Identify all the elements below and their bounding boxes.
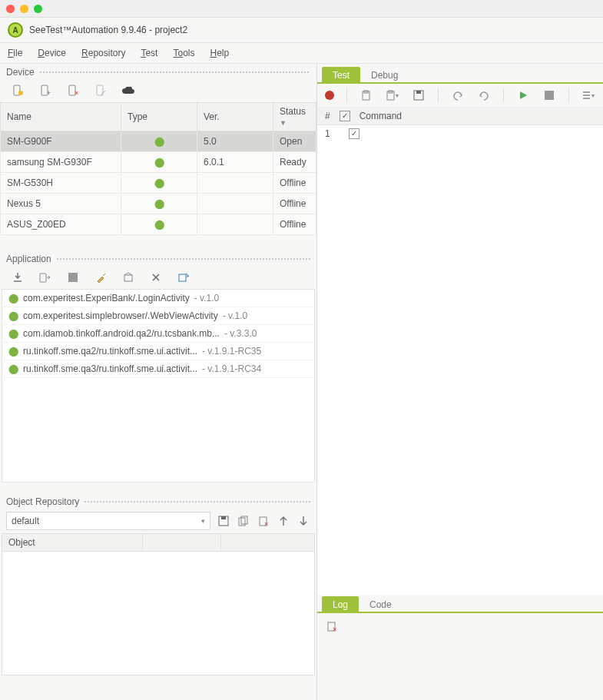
- device-row[interactable]: Nexus 5⬤Offline: [1, 194, 316, 214]
- menu-tools[interactable]: Tools: [173, 48, 194, 58]
- android-icon: ⬤: [154, 157, 164, 168]
- application-list: ⬤com.experitest.ExperiBank/.LoginActivit…: [2, 289, 315, 483]
- undo-icon[interactable]: [451, 88, 465, 102]
- clipboard-icon[interactable]: [359, 88, 373, 102]
- device-add-icon[interactable]: +: [38, 84, 52, 98]
- svg-rect-24: [545, 91, 554, 100]
- object-col[interactable]: Object: [2, 534, 143, 552]
- save-icon[interactable]: [217, 514, 230, 528]
- svg-text:▾: ▾: [591, 92, 595, 99]
- col-ver[interactable]: Ver.: [197, 103, 273, 131]
- delete-repo-icon[interactable]: ×: [257, 514, 270, 528]
- chevron-down-icon: ▾: [201, 517, 205, 525]
- svg-rect-10: [179, 274, 186, 281]
- arrow-down-icon[interactable]: [297, 514, 310, 528]
- menubar: File Device Repository Test Tools Help: [0, 43, 603, 64]
- application-row[interactable]: ⬤ru.tinkoff.sme.qa3/ru.tinkoff.sme.ui.ac…: [2, 360, 314, 378]
- device-ver: [197, 214, 273, 235]
- svg-text:▾: ▾: [396, 92, 399, 99]
- device-refresh-icon[interactable]: [11, 84, 25, 98]
- object-col-3[interactable]: [220, 534, 314, 552]
- android-icon: ⬤: [8, 310, 18, 321]
- col-name[interactable]: Name: [1, 103, 121, 131]
- svg-rect-12: [221, 516, 226, 519]
- application-row[interactable]: ⬤com.experitest.ExperiBank/.LoginActivit…: [2, 290, 314, 307]
- svg-rect-8: [68, 273, 78, 282]
- tab-log[interactable]: Log: [322, 596, 359, 612]
- tab-code[interactable]: Code: [359, 596, 403, 612]
- menu-test[interactable]: Test: [141, 48, 157, 58]
- object-repo-body: [2, 552, 315, 675]
- sync-icon[interactable]: [177, 270, 191, 284]
- device-edit-icon[interactable]: [94, 84, 108, 98]
- close-window-button[interactable]: [6, 5, 15, 13]
- col-type[interactable]: Type: [121, 103, 197, 131]
- menu-help[interactable]: Help: [210, 48, 229, 58]
- android-icon: ⬤: [154, 198, 164, 209]
- device-section-header: Device: [0, 64, 316, 79]
- svg-rect-7: [40, 274, 46, 282]
- app-name: ru.tinkoff.sme.qa2/ru.tinkoff.sme.ui.act…: [23, 346, 197, 357]
- row-checkbox[interactable]: [349, 128, 359, 139]
- redo-icon[interactable]: [477, 88, 491, 102]
- application-label: Application: [6, 254, 51, 264]
- app-name: com.experitest.ExperiBank/.LoginActivity: [23, 293, 190, 304]
- device-row[interactable]: samsung SM-G930F⬤6.0.1Ready: [1, 152, 316, 173]
- device-remove-icon[interactable]: ×: [66, 84, 80, 98]
- play-icon[interactable]: [516, 88, 530, 102]
- save-test-icon[interactable]: [412, 88, 426, 102]
- device-row[interactable]: ASUS_Z00ED⬤Offline: [1, 214, 316, 235]
- tab-test[interactable]: Test: [322, 67, 360, 82]
- launch-device-icon[interactable]: [38, 270, 52, 284]
- command-area[interactable]: 1: [317, 125, 603, 595]
- cloud-icon[interactable]: [121, 84, 135, 98]
- application-row[interactable]: ⬤ru.tinkoff.sme.qa2/ru.tinkoff.sme.ui.ac…: [2, 343, 314, 360]
- application-row[interactable]: ⬤com.idamob.tinkoff.android.qa2/ru.tcsba…: [2, 325, 314, 343]
- app-version: - v.1.0: [194, 293, 219, 304]
- app-version: - v.1.9.1-RC34: [202, 363, 261, 374]
- col-status[interactable]: Status ▼: [273, 103, 316, 131]
- application-row[interactable]: ⬤com.experitest.simplebrowser/.WebViewAc…: [2, 307, 314, 325]
- clipboard-dropdown-icon[interactable]: ▾: [386, 88, 399, 102]
- menu-file[interactable]: File: [8, 48, 22, 58]
- broom-icon[interactable]: [94, 270, 108, 284]
- maximize-window-button[interactable]: [34, 5, 42, 13]
- device-name: ASUS_Z00ED: [1, 214, 121, 235]
- device-name: Nexus 5: [1, 194, 121, 214]
- android-icon: ⬤: [8, 293, 18, 304]
- object-repo-select[interactable]: default ▾: [6, 512, 210, 530]
- app-header: A SeeTest™Automation 9.9.46 - project2: [0, 18, 603, 43]
- device-status: Offline: [273, 173, 316, 194]
- svg-rect-23: [416, 91, 421, 94]
- header-checkbox[interactable]: [340, 111, 350, 121]
- list-dropdown-icon[interactable]: ▾: [581, 88, 595, 102]
- device-name: samsung SM-G930F: [1, 152, 121, 173]
- tab-debug[interactable]: Debug: [360, 67, 409, 82]
- stop-icon[interactable]: [66, 270, 80, 284]
- col-command[interactable]: Command: [359, 111, 402, 121]
- stop-test-icon[interactable]: [542, 88, 556, 102]
- minimize-window-button[interactable]: [20, 5, 28, 13]
- delete-icon[interactable]: [149, 270, 163, 284]
- svg-point-1: [18, 91, 23, 95]
- package-icon[interactable]: [121, 270, 135, 284]
- device-row[interactable]: SM-G900F⬤5.0Open: [1, 131, 316, 152]
- app-version: - v.1.0: [223, 310, 247, 321]
- svg-text:×: ×: [75, 89, 78, 97]
- clear-log-icon[interactable]: ×: [325, 619, 339, 633]
- install-icon[interactable]: [11, 270, 25, 284]
- arrow-up-icon[interactable]: [277, 514, 290, 528]
- copy-icon[interactable]: [237, 514, 250, 528]
- object-col-2[interactable]: [143, 534, 221, 552]
- menu-repository[interactable]: Repository: [81, 48, 125, 58]
- object-repo-label: Object Repository: [6, 496, 79, 507]
- device-row[interactable]: SM-G530H⬤Offline: [1, 173, 316, 194]
- record-icon[interactable]: [325, 91, 334, 100]
- menu-device[interactable]: Device: [38, 48, 66, 58]
- dots-decoration: [84, 500, 310, 503]
- app-logo-icon: A: [8, 22, 23, 38]
- command-row[interactable]: 1: [317, 125, 603, 142]
- col-hash[interactable]: #: [325, 111, 330, 121]
- app-version: - v.1.9.1-RC35: [202, 346, 261, 357]
- device-status: Offline: [273, 194, 316, 214]
